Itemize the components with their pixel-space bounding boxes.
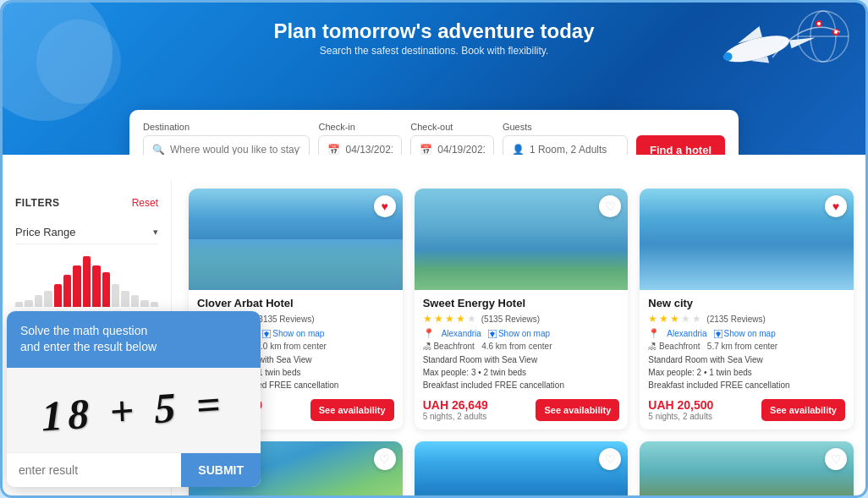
price-range-filter[interactable]: Price Range ▾	[15, 221, 158, 244]
cards-area: ♥ Clover Arbat Hotel ★★★★★ (3135 Reviews…	[172, 180, 865, 495]
card-body: New city ★★★★★ (2135 Reviews) 📍Alexandri…	[640, 290, 854, 430]
checkin-input[interactable]	[345, 144, 393, 155]
destination-input-wrapper[interactable]: 🔍	[143, 135, 310, 155]
guests-input[interactable]	[530, 144, 618, 155]
card-image: ♥	[189, 189, 403, 290]
person-icon: 👤	[512, 144, 525, 155]
heart-button[interactable]: ♡	[825, 448, 847, 470]
filters-label: FILTERS	[15, 197, 60, 209]
header: Plan tomorrow's adventure today Search t…	[3, 3, 865, 155]
svg-marker-1	[789, 34, 815, 48]
price-histogram	[15, 256, 158, 307]
hist-bar	[73, 265, 80, 307]
star-2: ★	[670, 313, 679, 325]
map-link[interactable]: Show on map	[714, 329, 776, 338]
heart-button[interactable]: ♡	[599, 195, 621, 217]
captcha-overlay: Solve the math questionand enter the res…	[7, 311, 261, 487]
hist-bar	[54, 284, 62, 307]
calendar-icon: 📅	[327, 144, 340, 155]
reset-button[interactable]: Reset	[132, 197, 158, 209]
star-4: ★	[692, 313, 701, 325]
guests-input-wrapper[interactable]: 👤	[503, 135, 628, 155]
hist-bar	[35, 295, 42, 307]
hist-bar	[131, 295, 139, 307]
reviews-count: (5135 Reviews)	[481, 315, 540, 324]
star-0: ★	[423, 313, 432, 325]
star-4: ★	[467, 313, 476, 325]
beach-distance: 🏖 Beachfront 5.7 km from center	[648, 342, 845, 351]
location-row: 📍Alexandria Show on map	[423, 328, 620, 339]
map-link[interactable]: Show on map	[488, 329, 550, 338]
captcha-header: Solve the math questionand enter the res…	[7, 311, 261, 368]
hist-bar	[25, 300, 32, 307]
heart-button[interactable]: ♡	[374, 448, 396, 470]
checkout-input-wrapper[interactable]: 📅	[410, 135, 494, 155]
heart-button[interactable]: ♡	[599, 448, 621, 470]
header-title-area: Plan tomorrow's adventure today Search t…	[273, 19, 594, 57]
heart-button[interactable]: ♥	[374, 195, 396, 217]
beach-tag: 🏖 Beachfront	[423, 342, 475, 351]
subline: Search the safest destinations. Book wit…	[273, 45, 594, 57]
hotel-card: ♡ Blue Horizon Hotel ★★★★★ (890 Reviews)…	[415, 441, 629, 495]
find-hotel-button[interactable]: Find a hotel	[636, 135, 725, 155]
search-icon: 🔍	[152, 144, 165, 155]
captcha-instruction: Solve the math questionand enter the res…	[20, 324, 157, 354]
headline: Plan tomorrow's adventure today	[273, 19, 594, 43]
checkin-input-wrapper[interactable]: 📅	[318, 135, 402, 155]
location-link[interactable]: Alexandria	[442, 329, 481, 338]
card-image: ♡	[640, 441, 854, 495]
location-row: 📍Alexandria Show on map	[648, 328, 845, 339]
hist-bar	[151, 302, 158, 307]
captcha-input[interactable]	[7, 453, 181, 487]
availability-button[interactable]: See availability	[536, 399, 619, 421]
availability-button[interactable]: See availability	[310, 399, 394, 421]
card-body: Sweet Energy Hotel ★★★★★ (5135 Reviews) …	[415, 290, 629, 430]
star-0: ★	[648, 313, 657, 325]
card-features: Standard Room with Sea ViewMax people: 3…	[423, 353, 620, 391]
stars-row: ★★★★★ (2135 Reviews)	[648, 313, 845, 325]
checkin-field: Check-in 📅	[318, 122, 402, 155]
sidebar: FILTERS Reset Price Range ▾	[3, 180, 172, 495]
nights-label: 5 nights, 2 adults	[423, 412, 488, 421]
nights-label: 5 nights, 2 adults	[648, 412, 713, 421]
hotel-price: UAH 20,500	[648, 398, 713, 412]
calendar-icon-2: 📅	[420, 144, 432, 155]
hotel-price: UAH 26,649	[423, 398, 488, 412]
availability-button[interactable]: See availability	[761, 399, 845, 421]
destination-label: Destination	[143, 122, 310, 132]
bg-decoration	[3, 3, 155, 129]
heart-button[interactable]: ♥	[825, 195, 847, 217]
chevron-down-icon: ▾	[153, 227, 158, 238]
app-container: Plan tomorrow's adventure today Search t…	[0, 0, 868, 498]
hist-bar	[63, 275, 71, 307]
star-3: ★	[681, 313, 690, 325]
checkout-input[interactable]	[437, 144, 485, 155]
cards-grid: ♥ Clover Arbat Hotel ★★★★★ (3135 Reviews…	[189, 189, 854, 495]
hist-bar	[92, 265, 100, 307]
card-image: ♥	[640, 189, 854, 290]
hotel-name: Clover Arbat Hotel	[197, 297, 394, 309]
card-features: Standard Room with Sea ViewMax people: 2…	[648, 353, 845, 391]
guests-label: Guests	[503, 122, 628, 132]
destination-input[interactable]	[170, 144, 300, 155]
hist-bar	[44, 291, 52, 307]
map-link[interactable]: Show on map	[262, 329, 324, 338]
beach-distance: 🏖 Beachfront 4.6 km from center	[423, 342, 620, 351]
stars-row: ★★★★★ (5135 Reviews)	[423, 313, 620, 325]
hotel-name: Sweet Energy Hotel	[423, 297, 620, 309]
checkout-label: Check-out	[410, 122, 494, 132]
price-range-label: Price Range	[15, 226, 76, 238]
card-footer: UAH 20,500 5 nights, 2 adults See availa…	[648, 398, 845, 421]
location-link[interactable]: Alexandria	[667, 329, 706, 338]
captcha-submit-button[interactable]: SUBMIT	[181, 453, 261, 487]
hist-bar	[121, 291, 129, 307]
star-2: ★	[445, 313, 454, 325]
reviews-count: (3135 Reviews)	[255, 315, 314, 324]
star-1: ★	[659, 313, 668, 325]
hist-bar	[15, 302, 23, 307]
price-info: UAH 26,649 5 nights, 2 adults	[423, 398, 488, 421]
hist-bar	[112, 284, 119, 307]
destination-field: Destination 🔍	[143, 122, 310, 155]
sidebar-header: FILTERS Reset	[15, 197, 158, 209]
reviews-count: (2135 Reviews)	[706, 315, 765, 324]
